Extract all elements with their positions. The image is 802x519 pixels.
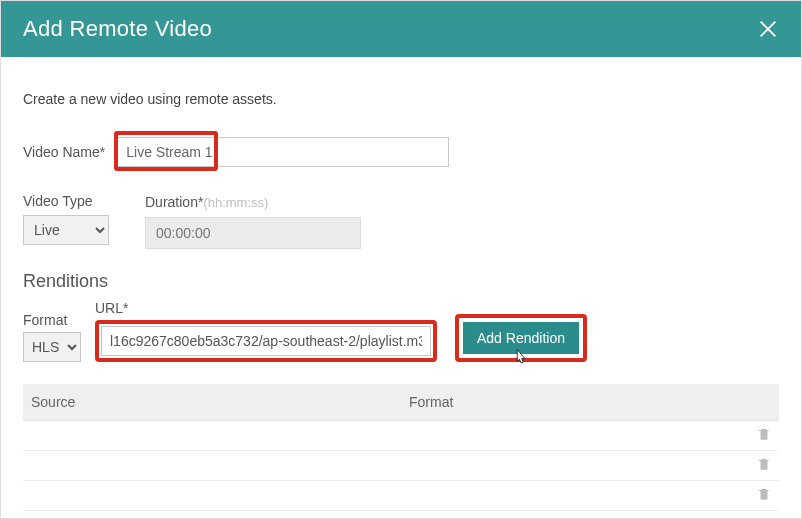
th-action [739, 384, 779, 421]
cell-source [23, 481, 401, 511]
cell-source [23, 421, 401, 451]
table-row [23, 451, 779, 481]
highlight-url [95, 320, 437, 362]
format-select[interactable]: HLS [23, 332, 81, 362]
trash-icon[interactable] [757, 457, 771, 471]
type-duration-row: Video Type Live Duration(hh:mm:ss) [23, 193, 779, 249]
video-name-input[interactable] [117, 137, 449, 167]
highlight-add-rendition: Add Rendition [455, 314, 587, 362]
cell-format [401, 421, 739, 451]
format-label: Format [23, 312, 81, 328]
intro-text: Create a new video using remote assets. [23, 91, 779, 107]
url-input[interactable] [101, 326, 431, 356]
close-icon[interactable] [757, 18, 779, 40]
modal-header: Add Remote Video [1, 1, 801, 57]
video-type-label: Video Type [23, 193, 109, 209]
cursor-pointer-icon [512, 348, 530, 366]
modal-title: Add Remote Video [23, 16, 212, 42]
trash-icon[interactable] [757, 427, 771, 441]
renditions-heading: Renditions [23, 271, 779, 292]
video-name-label: Video Name [23, 144, 105, 160]
table-row [23, 481, 779, 511]
trash-icon[interactable] [757, 487, 771, 501]
add-rendition-button[interactable]: Add Rendition [463, 322, 579, 354]
add-rendition-label: Add Rendition [477, 330, 565, 346]
duration-label: Duration [145, 194, 203, 210]
cell-format [401, 451, 739, 481]
video-type-select[interactable]: Live [23, 215, 109, 245]
cell-source [23, 451, 401, 481]
th-source: Source [23, 384, 401, 421]
url-label: URL [95, 300, 437, 316]
cell-format [401, 481, 739, 511]
duration-input [145, 217, 361, 249]
video-name-row: Video Name [23, 137, 779, 167]
renditions-table: Source Format [23, 384, 779, 511]
duration-hint: (hh:mm:ss) [203, 195, 268, 210]
th-format: Format [401, 384, 739, 421]
rendition-form-row: Format HLS URL Add Rendition [23, 300, 779, 362]
table-row [23, 421, 779, 451]
